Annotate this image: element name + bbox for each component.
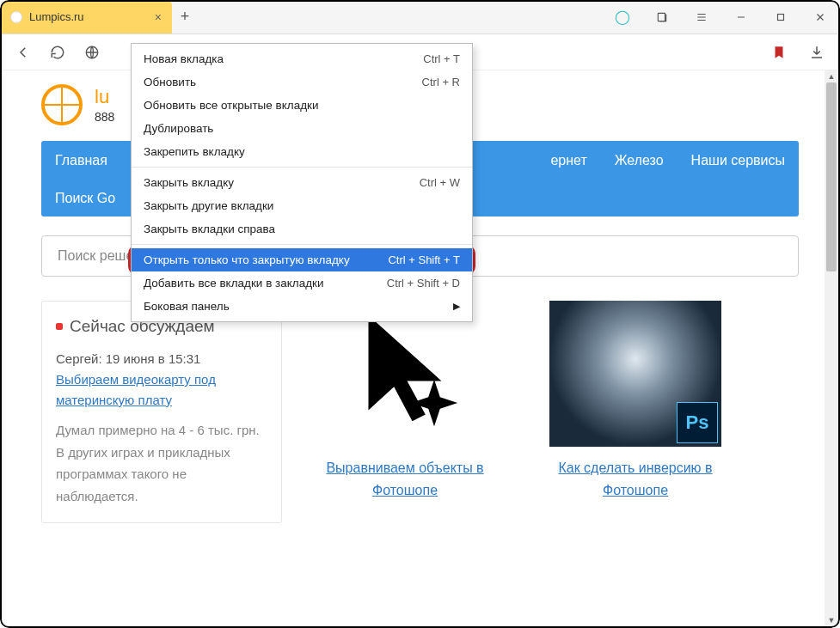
- vertical-scrollbar[interactable]: ▲ ▼: [825, 70, 838, 626]
- article-card[interactable]: Ps Как сделать инверсию в Фотошопе: [528, 301, 743, 501]
- back-button[interactable]: [9, 38, 38, 67]
- collections-icon[interactable]: [642, 0, 682, 34]
- ctx-item-label: Закрыть вкладки справа: [144, 223, 275, 235]
- ctx-item-label: Открыть только что закрытую вкладку: [144, 253, 350, 266]
- tab-context-menu: Новая вкладкаCtrl + TОбновитьCtrl + RОбн…: [131, 43, 473, 322]
- window-controls: ◯: [603, 0, 840, 34]
- ctx-item[interactable]: ОбновитьCtrl + R: [132, 70, 472, 94]
- bookmark-icon[interactable]: [764, 38, 794, 67]
- ctx-item-label: Закрыть вкладку: [144, 176, 234, 189]
- svg-marker-4: [411, 380, 457, 426]
- article-link[interactable]: Как сделать инверсию в Фотошопе: [528, 457, 743, 501]
- ctx-shortcut: Ctrl + T: [423, 52, 460, 65]
- site-info-icon[interactable]: [77, 38, 107, 67]
- ctx-item[interactable]: Новая вкладкаCtrl + T: [132, 47, 472, 70]
- nav-item[interactable]: Главная: [41, 141, 121, 180]
- ctx-item[interactable]: Закрепить вкладку: [132, 140, 472, 163]
- article-thumb: Ps: [549, 301, 721, 447]
- ctx-separator: [132, 167, 472, 168]
- scroll-down-icon[interactable]: ▼: [825, 614, 838, 626]
- menu-icon[interactable]: [682, 0, 721, 34]
- tab-favicon: [10, 11, 22, 23]
- ctx-item[interactable]: Обновить все открытые вкладки: [132, 94, 472, 117]
- ctx-item-label: Обновить все открытые вкладки: [144, 99, 319, 112]
- reload-button[interactable]: [43, 38, 72, 67]
- ctx-item[interactable]: Добавить все вкладки в закладкиCtrl + Sh…: [132, 271, 472, 295]
- tab-strip: Lumpics.ru × + ◯: [0, 0, 840, 34]
- comment-link[interactable]: Выбираем видеокарту под материнскую плат…: [56, 372, 216, 407]
- browser-tab[interactable]: Lumpics.ru ×: [0, 0, 172, 34]
- article-card[interactable]: Выравниваем объекты в Фотошопе: [297, 301, 512, 501]
- discussion-widget: Сейчас обсуждаем Сергей: 19 июня в 15:31…: [41, 301, 282, 523]
- ctx-separator: [132, 244, 472, 245]
- live-dot-icon: [56, 323, 63, 330]
- download-icon[interactable]: [802, 38, 831, 67]
- new-tab-button[interactable]: +: [172, 0, 198, 34]
- ctx-item[interactable]: Закрыть другие вкладки: [132, 194, 472, 217]
- minimize-button[interactable]: [721, 0, 761, 34]
- nav-item[interactable]: Поиск Go: [41, 180, 129, 216]
- chevron-right-icon: ▶: [453, 301, 460, 312]
- alice-icon[interactable]: ◯: [603, 0, 642, 34]
- svg-rect-0: [658, 13, 665, 21]
- maximize-button[interactable]: [761, 0, 800, 34]
- ctx-item-label: Боковая панель: [144, 300, 230, 313]
- nav-item[interactable]: Железо: [601, 141, 678, 180]
- ctx-shortcut: Ctrl + Shift + D: [387, 277, 460, 290]
- site-title: lu: [95, 86, 114, 108]
- ctx-shortcut: Ctrl + Shift + T: [388, 253, 460, 266]
- tab-title: Lumpics.ru: [29, 10, 84, 23]
- site-logo: [41, 84, 83, 125]
- ctx-item[interactable]: Открыть только что закрытую вкладкуCtrl …: [132, 248, 472, 271]
- comment-body: Думал примерно на 4 - 6 тыс. грн. В друг…: [56, 419, 267, 507]
- article-thumb: [319, 301, 491, 447]
- close-icon[interactable]: ×: [155, 10, 162, 24]
- nav-item[interactable]: Наши сервисы: [678, 141, 799, 180]
- ctx-item[interactable]: Закрыть вкладки справа: [132, 217, 472, 241]
- ctx-shortcut: Ctrl + R: [422, 76, 460, 88]
- ctx-item-label: Закрыть другие вкладки: [144, 199, 273, 212]
- ctx-shortcut: Ctrl + W: [420, 176, 460, 189]
- nav-item[interactable]: ернет: [536, 141, 600, 180]
- ps-badge: Ps: [677, 402, 718, 443]
- scrollbar-thumb[interactable]: [826, 82, 837, 271]
- comment-meta: Сергей: 19 июня в 15:31: [56, 351, 267, 366]
- close-window-button[interactable]: [800, 0, 840, 34]
- svg-rect-1: [778, 14, 784, 20]
- ctx-item[interactable]: Дублировать: [132, 117, 472, 140]
- site-phones: 888: [95, 110, 114, 124]
- ctx-item-label: Новая вкладка: [144, 52, 224, 65]
- ctx-item[interactable]: Закрыть вкладкуCtrl + W: [132, 171, 472, 194]
- article-link[interactable]: Выравниваем объекты в Фотошопе: [297, 457, 512, 501]
- ctx-item-label: Добавить все вкладки в закладки: [144, 277, 324, 290]
- ctx-item[interactable]: Боковая панель▶: [132, 295, 472, 318]
- ctx-item-label: Обновить: [144, 76, 196, 88]
- scroll-up-icon[interactable]: ▲: [825, 70, 838, 82]
- ctx-item-label: Закрепить вкладку: [144, 145, 245, 158]
- ctx-item-label: Дублировать: [144, 122, 213, 135]
